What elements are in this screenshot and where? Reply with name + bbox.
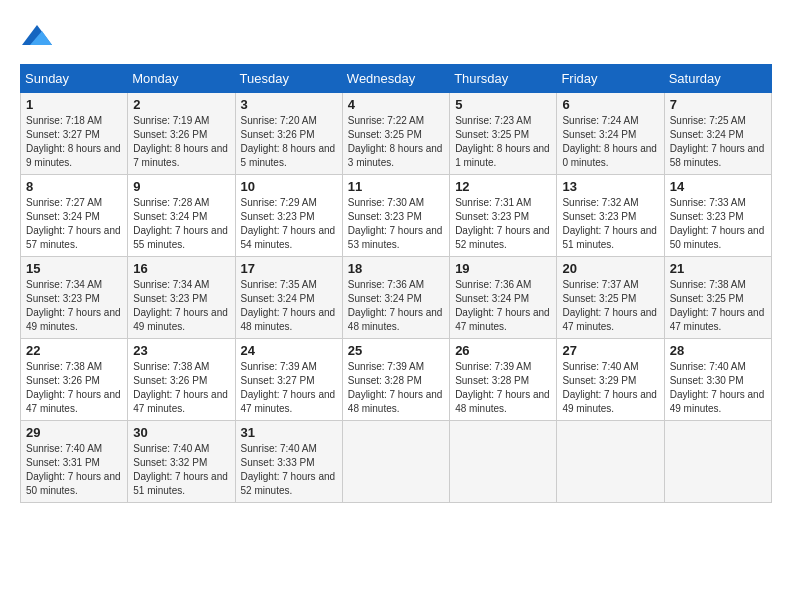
day-info: Sunrise: 7:29 AMSunset: 3:23 PMDaylight:… — [241, 196, 337, 252]
day-number: 4 — [348, 97, 444, 112]
day-number: 2 — [133, 97, 229, 112]
week-row-5: 29Sunrise: 7:40 AMSunset: 3:31 PMDayligh… — [21, 421, 772, 503]
day-number: 27 — [562, 343, 658, 358]
day-info: Sunrise: 7:32 AMSunset: 3:23 PMDaylight:… — [562, 196, 658, 252]
calendar-cell: 29Sunrise: 7:40 AMSunset: 3:31 PMDayligh… — [21, 421, 128, 503]
calendar-header-row: SundayMondayTuesdayWednesdayThursdayFrid… — [21, 65, 772, 93]
day-number: 18 — [348, 261, 444, 276]
calendar-cell: 22Sunrise: 7:38 AMSunset: 3:26 PMDayligh… — [21, 339, 128, 421]
calendar-cell: 2Sunrise: 7:19 AMSunset: 3:26 PMDaylight… — [128, 93, 235, 175]
day-number: 6 — [562, 97, 658, 112]
calendar-cell — [664, 421, 771, 503]
weekday-header-monday: Monday — [128, 65, 235, 93]
calendar-cell: 3Sunrise: 7:20 AMSunset: 3:26 PMDaylight… — [235, 93, 342, 175]
calendar-cell: 6Sunrise: 7:24 AMSunset: 3:24 PMDaylight… — [557, 93, 664, 175]
day-info: Sunrise: 7:19 AMSunset: 3:26 PMDaylight:… — [133, 114, 229, 170]
calendar-cell: 5Sunrise: 7:23 AMSunset: 3:25 PMDaylight… — [450, 93, 557, 175]
weekday-header-tuesday: Tuesday — [235, 65, 342, 93]
calendar-cell — [342, 421, 449, 503]
calendar-cell: 25Sunrise: 7:39 AMSunset: 3:28 PMDayligh… — [342, 339, 449, 421]
week-row-3: 15Sunrise: 7:34 AMSunset: 3:23 PMDayligh… — [21, 257, 772, 339]
day-info: Sunrise: 7:37 AMSunset: 3:25 PMDaylight:… — [562, 278, 658, 334]
day-number: 31 — [241, 425, 337, 440]
day-info: Sunrise: 7:39 AMSunset: 3:28 PMDaylight:… — [348, 360, 444, 416]
day-number: 3 — [241, 97, 337, 112]
day-info: Sunrise: 7:23 AMSunset: 3:25 PMDaylight:… — [455, 114, 551, 170]
day-info: Sunrise: 7:36 AMSunset: 3:24 PMDaylight:… — [348, 278, 444, 334]
logo-icon — [22, 20, 52, 50]
calendar-cell: 27Sunrise: 7:40 AMSunset: 3:29 PMDayligh… — [557, 339, 664, 421]
calendar-cell: 14Sunrise: 7:33 AMSunset: 3:23 PMDayligh… — [664, 175, 771, 257]
day-info: Sunrise: 7:40 AMSunset: 3:30 PMDaylight:… — [670, 360, 766, 416]
day-number: 8 — [26, 179, 122, 194]
day-number: 24 — [241, 343, 337, 358]
calendar-cell: 26Sunrise: 7:39 AMSunset: 3:28 PMDayligh… — [450, 339, 557, 421]
week-row-1: 1Sunrise: 7:18 AMSunset: 3:27 PMDaylight… — [21, 93, 772, 175]
day-info: Sunrise: 7:36 AMSunset: 3:24 PMDaylight:… — [455, 278, 551, 334]
day-info: Sunrise: 7:31 AMSunset: 3:23 PMDaylight:… — [455, 196, 551, 252]
day-info: Sunrise: 7:34 AMSunset: 3:23 PMDaylight:… — [26, 278, 122, 334]
week-row-2: 8Sunrise: 7:27 AMSunset: 3:24 PMDaylight… — [21, 175, 772, 257]
calendar-cell: 11Sunrise: 7:30 AMSunset: 3:23 PMDayligh… — [342, 175, 449, 257]
calendar-cell: 8Sunrise: 7:27 AMSunset: 3:24 PMDaylight… — [21, 175, 128, 257]
calendar-cell: 7Sunrise: 7:25 AMSunset: 3:24 PMDaylight… — [664, 93, 771, 175]
day-number: 14 — [670, 179, 766, 194]
day-number: 11 — [348, 179, 444, 194]
calendar-cell: 24Sunrise: 7:39 AMSunset: 3:27 PMDayligh… — [235, 339, 342, 421]
calendar-cell: 17Sunrise: 7:35 AMSunset: 3:24 PMDayligh… — [235, 257, 342, 339]
day-number: 29 — [26, 425, 122, 440]
day-info: Sunrise: 7:33 AMSunset: 3:23 PMDaylight:… — [670, 196, 766, 252]
day-number: 9 — [133, 179, 229, 194]
calendar-cell: 23Sunrise: 7:38 AMSunset: 3:26 PMDayligh… — [128, 339, 235, 421]
day-number: 25 — [348, 343, 444, 358]
day-number: 12 — [455, 179, 551, 194]
day-info: Sunrise: 7:39 AMSunset: 3:27 PMDaylight:… — [241, 360, 337, 416]
day-number: 16 — [133, 261, 229, 276]
day-number: 26 — [455, 343, 551, 358]
calendar-cell: 21Sunrise: 7:38 AMSunset: 3:25 PMDayligh… — [664, 257, 771, 339]
day-number: 10 — [241, 179, 337, 194]
day-info: Sunrise: 7:40 AMSunset: 3:31 PMDaylight:… — [26, 442, 122, 498]
calendar-cell — [450, 421, 557, 503]
calendar-cell: 30Sunrise: 7:40 AMSunset: 3:32 PMDayligh… — [128, 421, 235, 503]
calendar-cell: 18Sunrise: 7:36 AMSunset: 3:24 PMDayligh… — [342, 257, 449, 339]
day-number: 30 — [133, 425, 229, 440]
day-info: Sunrise: 7:35 AMSunset: 3:24 PMDaylight:… — [241, 278, 337, 334]
weekday-header-saturday: Saturday — [664, 65, 771, 93]
week-row-4: 22Sunrise: 7:38 AMSunset: 3:26 PMDayligh… — [21, 339, 772, 421]
calendar-cell: 4Sunrise: 7:22 AMSunset: 3:25 PMDaylight… — [342, 93, 449, 175]
day-info: Sunrise: 7:38 AMSunset: 3:25 PMDaylight:… — [670, 278, 766, 334]
day-info: Sunrise: 7:40 AMSunset: 3:32 PMDaylight:… — [133, 442, 229, 498]
day-info: Sunrise: 7:18 AMSunset: 3:27 PMDaylight:… — [26, 114, 122, 170]
weekday-header-wednesday: Wednesday — [342, 65, 449, 93]
day-number: 17 — [241, 261, 337, 276]
calendar-cell — [557, 421, 664, 503]
weekday-header-thursday: Thursday — [450, 65, 557, 93]
day-number: 7 — [670, 97, 766, 112]
day-number: 23 — [133, 343, 229, 358]
weekday-header-friday: Friday — [557, 65, 664, 93]
calendar-cell: 20Sunrise: 7:37 AMSunset: 3:25 PMDayligh… — [557, 257, 664, 339]
calendar-cell: 15Sunrise: 7:34 AMSunset: 3:23 PMDayligh… — [21, 257, 128, 339]
day-info: Sunrise: 7:38 AMSunset: 3:26 PMDaylight:… — [133, 360, 229, 416]
calendar-cell: 16Sunrise: 7:34 AMSunset: 3:23 PMDayligh… — [128, 257, 235, 339]
day-number: 1 — [26, 97, 122, 112]
day-number: 19 — [455, 261, 551, 276]
day-info: Sunrise: 7:22 AMSunset: 3:25 PMDaylight:… — [348, 114, 444, 170]
day-info: Sunrise: 7:30 AMSunset: 3:23 PMDaylight:… — [348, 196, 444, 252]
calendar-cell: 19Sunrise: 7:36 AMSunset: 3:24 PMDayligh… — [450, 257, 557, 339]
day-info: Sunrise: 7:34 AMSunset: 3:23 PMDaylight:… — [133, 278, 229, 334]
day-info: Sunrise: 7:28 AMSunset: 3:24 PMDaylight:… — [133, 196, 229, 252]
page-header — [20, 20, 772, 54]
day-info: Sunrise: 7:40 AMSunset: 3:33 PMDaylight:… — [241, 442, 337, 498]
day-number: 28 — [670, 343, 766, 358]
day-number: 22 — [26, 343, 122, 358]
day-info: Sunrise: 7:20 AMSunset: 3:26 PMDaylight:… — [241, 114, 337, 170]
weekday-header-sunday: Sunday — [21, 65, 128, 93]
day-number: 21 — [670, 261, 766, 276]
day-info: Sunrise: 7:40 AMSunset: 3:29 PMDaylight:… — [562, 360, 658, 416]
day-info: Sunrise: 7:39 AMSunset: 3:28 PMDaylight:… — [455, 360, 551, 416]
logo — [20, 20, 52, 54]
day-number: 5 — [455, 97, 551, 112]
day-number: 13 — [562, 179, 658, 194]
